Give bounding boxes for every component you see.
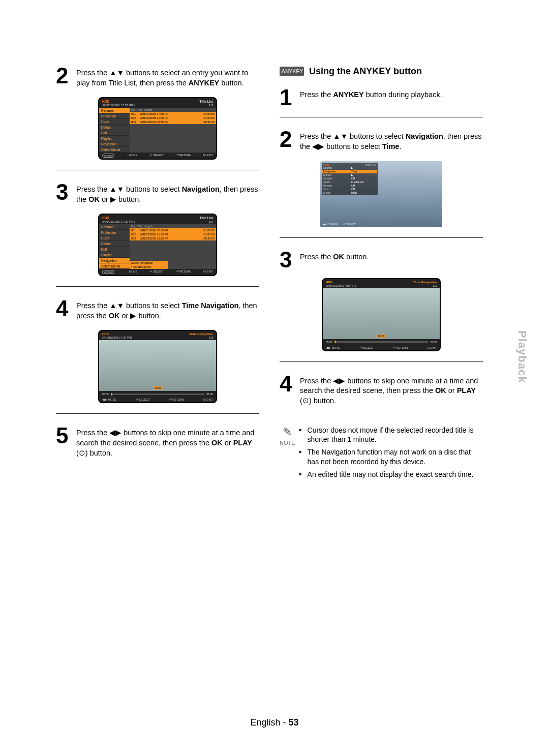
step-number: 2 xyxy=(56,66,71,88)
leftright-icon: ◀▶ xyxy=(312,142,324,150)
osd-time-navigation-left: HDD Time Navigation JAN/01/2006 17:30 PR… xyxy=(98,330,217,403)
left-step-2: 2 Press the ▲▼ buttons to select an entr… xyxy=(56,66,259,88)
left-column: 2 Press the ▲▼ buttons to select an entr… xyxy=(56,66,259,482)
step-text: Press the OK button. xyxy=(300,250,369,269)
leftright-icon: ◀▶ xyxy=(109,429,121,437)
note-item: The Navigation function may not work on … xyxy=(299,447,483,467)
step-number: 2 xyxy=(280,130,295,152)
note-list: Cursor does not move if the selected rec… xyxy=(299,426,483,482)
section-heading: ANYKEY Using the ANYKEY button xyxy=(280,66,483,77)
right-step-4: 4 Press the ◀▶ buttons to skip one minut… xyxy=(280,374,483,406)
note-icon: ✎ NOTE xyxy=(280,426,295,482)
right-step-2: 2 Press the ▲▼ buttons to select Navigat… xyxy=(280,130,483,152)
leftright-icon: ◀▶ xyxy=(333,377,345,385)
step-text: Press the ▲▼ buttons to select an entry … xyxy=(76,66,259,88)
osd-side-menu: Rename Protection Copy Delete Edit Playl… xyxy=(99,224,130,269)
updown-icon: ▲▼ xyxy=(109,185,124,193)
page-footer: English - 53 xyxy=(0,717,549,728)
note-block: ✎ NOTE Cursor does not move if the selec… xyxy=(280,426,483,482)
right-step-1: 1 Press the ANYKEY button during playbac… xyxy=(280,88,483,107)
step-number: 4 xyxy=(56,299,71,321)
step-number: 4 xyxy=(280,374,295,406)
left-step-4: 4 Press the ▲▼ buttons to select Time Na… xyxy=(56,299,259,321)
osd-title-list-2: HDD Title List JAN/01/2006 17:30 PR1 1/3… xyxy=(98,214,217,276)
left-step-5: 5 Press the ◀▶ buttons to skip one minut… xyxy=(56,426,259,458)
right-step-3: 3 Press the OK button. xyxy=(280,250,483,269)
step-text: Press the ▲▼ buttons to select Navigatio… xyxy=(300,130,483,152)
updown-icon: ▲▼ xyxy=(333,132,348,140)
step-text: Press the ▲▼ buttons to select Time Navi… xyxy=(76,299,259,321)
osd-side-menu: Rename Protection Copy Delete Edit Playl… xyxy=(99,108,130,153)
updown-icon: ▲▼ xyxy=(109,301,124,310)
step-number: 5 xyxy=(56,426,71,458)
step-text: Press the ◀▶ buttons to skip one minute … xyxy=(76,426,259,458)
play-circle-icon: ⊙ xyxy=(79,449,85,457)
updown-icon: ▲▼ xyxy=(109,69,124,77)
left-step-3: 3 Press the ▲▼ buttons to select Navigat… xyxy=(56,183,259,204)
step-number: 1 xyxy=(280,88,295,107)
osd-title-list-1: HDD Title List JAN/01/2006 17:30 PR1 1/3… xyxy=(98,97,217,160)
note-item: Cursor does not move if the selected rec… xyxy=(299,426,483,445)
osd-anykey-overlay: HDDANYKEY Search▶ NavigationTime Marker▶… xyxy=(320,161,442,227)
step-text: Press the ▲▼ buttons to select Navigatio… xyxy=(76,183,259,204)
step-text: Press the ANYKEY button during playback. xyxy=(300,88,442,107)
side-tab-label: Playback xyxy=(515,330,529,383)
pencil-icon: ✎ xyxy=(280,426,295,439)
anykey-badge: ANYKEY xyxy=(280,67,304,76)
osd-time-navigation-right: HDD Time Navigation JAN/01/2006 17:30 PR… xyxy=(322,278,441,351)
right-column: ANYKEY Using the ANYKEY button 1 Press t… xyxy=(280,66,483,482)
play-circle-icon: ⊙ xyxy=(302,397,309,405)
section-title: Using the ANYKEY button xyxy=(309,66,422,77)
step-text: Press the ◀▶ buttons to skip one minute … xyxy=(300,374,483,406)
play-icon: ▶ xyxy=(130,312,136,320)
step-number: 3 xyxy=(56,183,71,204)
note-item: An edited title may not display the exac… xyxy=(299,470,483,479)
step-number: 3 xyxy=(280,250,295,269)
play-icon: ▶ xyxy=(110,195,116,203)
